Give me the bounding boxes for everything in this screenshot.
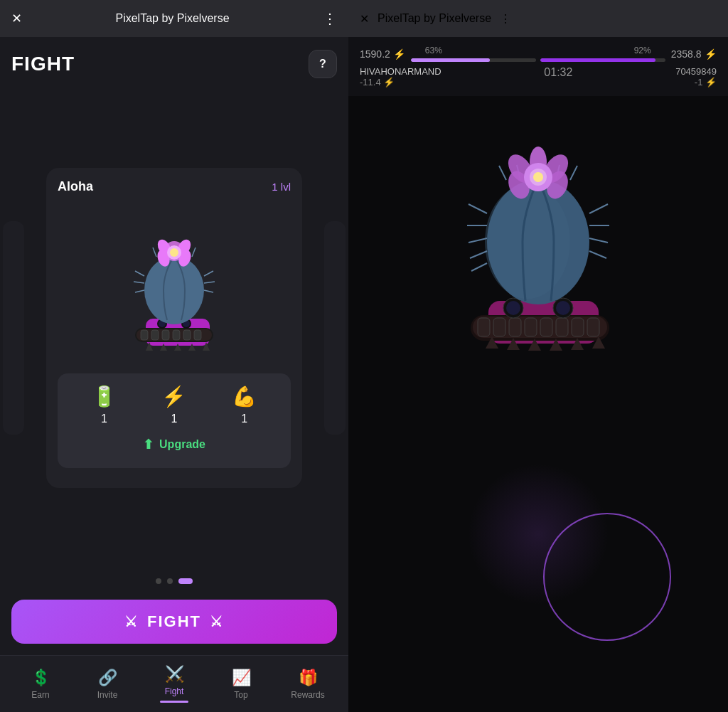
player2-lightning-icon: ⚡ [705,48,717,60]
svg-point-51 [556,301,570,315]
svg-line-21 [135,290,144,292]
cactus-character-small [107,208,242,358]
svg-line-25 [153,248,156,257]
svg-rect-42 [509,318,521,336]
svg-rect-46 [572,318,584,336]
stat-battery: 🔋 1 [92,385,117,425]
svg-rect-40 [478,318,490,336]
battle-timer: 01:32 [544,66,572,78]
player2-id: 70459849 [675,66,717,77]
page-title: FIGHT [11,53,75,75]
svg-line-68 [589,251,606,258]
nav-invite-label: Invite [97,690,118,700]
nav-fight[interactable]: ⚔️ Fight [153,665,196,703]
player1-hp-value: 1590.2 [360,48,390,60]
player2-dmg-value: -1 [695,77,703,87]
svg-rect-43 [525,318,537,336]
svg-line-60 [469,204,487,213]
svg-rect-6 [173,330,180,340]
fight-button-area: ⚔ FIGHT ⚔ [0,593,348,655]
timer-container: 01:32 [544,66,572,79]
target-circle[interactable] [543,513,671,641]
lightning-value: 1 [171,413,178,425]
svg-line-29 [192,248,196,257]
lightning-icon: ⚡ [161,385,186,408]
card-level: 1 lvl [272,181,291,193]
player1-dmg-icon: ⚡ [383,77,395,87]
right-close-button[interactable]: ✕ [360,12,369,26]
battery-value: 1 [101,413,107,425]
svg-point-49 [506,301,520,315]
card-name: Aloha [58,179,93,194]
fight-nav-icon: ⚔️ [165,665,184,684]
dot-2 [167,578,173,584]
dot-1 [156,578,161,584]
strength-icon: 💪 [232,385,257,408]
left-browser-bar: ✕ PixelTap by Pixelverse ⋮ [0,0,348,37]
earn-icon: 💲 [31,669,50,687]
help-button[interactable]: ? [309,50,337,78]
strength-value: 1 [241,413,247,425]
fight-button-label: FIGHT [147,612,201,631]
nav-earn[interactable]: 💲 Earn [19,669,62,700]
card-image [58,201,291,365]
right-menu-button[interactable]: ⋮ [500,12,511,26]
stats-row: 🔋 1 ⚡ 1 💪 1 [69,385,279,425]
svg-rect-8 [194,330,201,340]
nav-earn-label: Earn [31,690,49,700]
svg-line-63 [470,251,487,258]
player1-hp: 1590.2 ⚡ [360,48,405,60]
player2-hp-value: 2358.8 [671,48,702,60]
fight-button[interactable]: ⚔ FIGHT ⚔ [11,600,337,644]
card-header: Aloha 1 lvl [58,179,291,194]
player1-pct-label: 63% [425,46,442,55]
left-menu-button[interactable]: ⋮ [323,10,337,27]
player1-dmg-value: -11.4 [360,77,381,87]
nav-top[interactable]: 📈 Top [220,669,262,700]
nav-top-label: Top [234,690,247,700]
svg-line-24 [204,290,213,292]
upgrade-arrow-icon: ⬆ [143,437,154,452]
left-close-button[interactable]: ✕ [11,11,22,26]
dot-3 [178,578,193,584]
player1-hp-fill [411,58,490,62]
svg-line-23 [204,282,215,283]
stat-strength: 💪 1 [232,385,257,425]
dots-indicator [0,570,348,593]
card-left-hint [3,221,24,435]
svg-rect-44 [540,318,552,336]
svg-line-69 [499,166,506,180]
nav-fight-label: Fight [165,686,184,696]
svg-rect-41 [493,318,505,336]
player1-name: HIVAHONARMAND [360,66,441,77]
nav-invite[interactable]: 🔗 Invite [86,669,129,700]
upgrade-button[interactable]: ⬆ Upgrade [69,432,279,457]
svg-line-67 [589,238,608,243]
battle-arena[interactable] [348,96,728,712]
player2-hp: 2358.8 ⚡ [671,48,717,60]
svg-line-20 [134,282,144,283]
fight-sword-left-icon: ⚔ [124,613,139,630]
bottom-navigation: 💲 Earn 🔗 Invite ⚔️ Fight 📈 Top 🎁 Rewards [0,655,348,712]
svg-line-64 [471,263,487,271]
top-icon: 📈 [232,669,251,687]
svg-rect-7 [183,330,191,340]
svg-rect-45 [556,318,568,336]
rewards-icon: 🎁 [299,669,318,687]
pct-labels: 63% 92% [411,46,665,55]
player1-dmg: -11.4 ⚡ [360,77,441,87]
player1-hp-bar [411,58,536,62]
player2-dmg: -1 ⚡ [675,77,717,87]
right-browser-bar: ✕ PixelTap by Pixelverse ⋮ [348,0,728,37]
nav-rewards[interactable]: 🎁 Rewards [287,669,329,700]
svg-line-73 [570,166,577,180]
stat-lightning: ⚡ 1 [161,385,186,425]
svg-point-36 [170,248,178,257]
svg-line-62 [469,238,487,243]
svg-rect-3 [141,330,148,340]
upgrade-label: Upgrade [159,438,205,451]
svg-point-59 [485,185,570,299]
page-header: FIGHT ? [0,37,348,85]
player2-pct-label: 92% [634,46,651,55]
right-app-title: PixelTap by Pixelverse [378,12,491,25]
